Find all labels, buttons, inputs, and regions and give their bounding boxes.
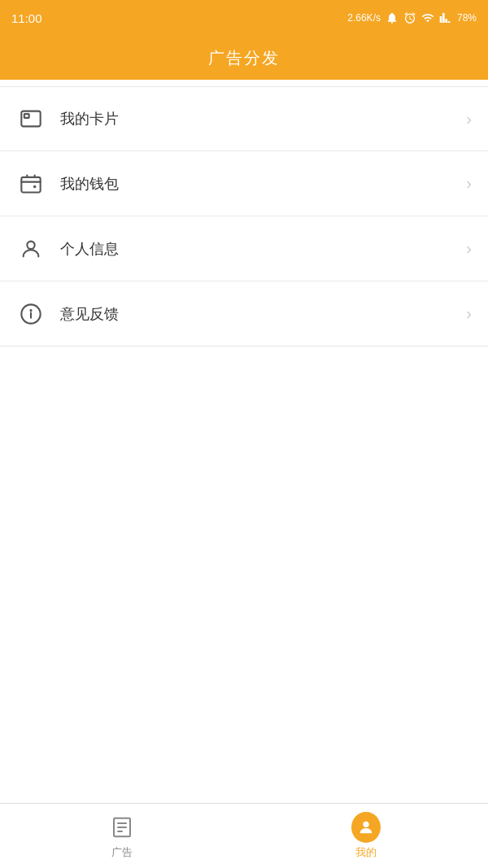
menu-item-personal-info[interactable]: 个人信息 › (0, 216, 488, 281)
menu-label-feedback: 意见反馈 (60, 304, 466, 324)
card-icon (16, 104, 46, 133)
signal-icon (439, 11, 452, 24)
feedback-icon (16, 299, 46, 329)
svg-point-12 (363, 821, 368, 827)
menu-item-my-card[interactable]: 我的卡片 › (0, 86, 488, 151)
tab-bar: 广告 我的 (0, 803, 488, 868)
tab-label-mine: 我的 (355, 845, 377, 860)
status-speed: 2.66K/s (347, 12, 381, 24)
notification-icon (386, 11, 399, 24)
page-title: 广告分发 (208, 47, 280, 69)
alarm-icon (403, 11, 416, 24)
arrow-personal-info: › (466, 239, 472, 258)
svg-point-3 (33, 185, 37, 188)
person-icon (16, 234, 46, 264)
arrow-my-card: › (466, 110, 472, 129)
ad-tab-icon (107, 813, 137, 842)
tab-item-mine[interactable]: 我的 (244, 804, 488, 868)
wifi-icon (421, 11, 434, 24)
svg-rect-2 (21, 177, 40, 192)
mine-tab-icon (351, 813, 381, 842)
menu-label-personal-info: 个人信息 (60, 239, 466, 259)
menu-item-feedback[interactable]: 意见反馈 › (0, 281, 488, 347)
app-header: 广告分发 (0, 36, 488, 80)
battery-status: 78% (457, 12, 477, 24)
status-bar: 11:00 2.66K/s 78% (0, 0, 488, 36)
svg-point-4 (27, 241, 34, 248)
arrow-my-wallet: › (466, 174, 472, 193)
status-time: 11:00 (11, 11, 42, 25)
svg-rect-1 (24, 114, 29, 118)
status-right-icons: 2.66K/s 78% (347, 11, 477, 24)
menu-label-my-card: 我的卡片 (60, 109, 466, 129)
menu-label-my-wallet: 我的钱包 (60, 174, 466, 194)
wallet-icon (16, 169, 46, 198)
tab-label-ad: 广告 (111, 845, 133, 860)
avatar-circle (351, 812, 381, 843)
menu-item-my-wallet[interactable]: 我的钱包 › (0, 151, 488, 216)
arrow-feedback: › (466, 304, 472, 323)
menu-list: 我的卡片 › 我的钱包 › 个人信息 › (0, 86, 488, 347)
tab-item-ad[interactable]: 广告 (0, 804, 244, 868)
